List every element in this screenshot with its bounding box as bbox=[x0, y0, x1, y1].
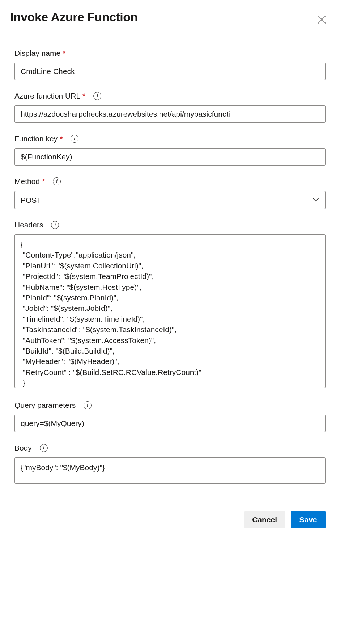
field-display-name: Display name * bbox=[14, 49, 326, 80]
body-textarea[interactable] bbox=[14, 457, 326, 484]
field-query-parameters: Query parameters i bbox=[14, 401, 326, 432]
required-indicator: * bbox=[42, 177, 45, 186]
label-row: Display name * bbox=[14, 49, 326, 58]
form-body: Display name * Azure function URL * i Fu… bbox=[10, 49, 330, 485]
info-icon[interactable]: i bbox=[40, 444, 48, 452]
display-name-label: Display name bbox=[14, 49, 60, 58]
required-indicator: * bbox=[82, 92, 85, 100]
info-icon[interactable]: i bbox=[84, 401, 92, 409]
method-select[interactable]: POST bbox=[14, 191, 326, 209]
label-row: Headers i bbox=[14, 221, 326, 229]
function-url-input[interactable] bbox=[14, 105, 326, 123]
required-indicator: * bbox=[60, 134, 63, 143]
method-select-wrapper: POST bbox=[14, 191, 326, 209]
required-indicator: * bbox=[63, 49, 65, 58]
close-icon bbox=[317, 20, 327, 26]
save-button[interactable]: Save bbox=[291, 511, 326, 528]
display-name-input[interactable] bbox=[14, 63, 326, 80]
dialog-footer: Cancel Save bbox=[10, 497, 330, 540]
query-parameters-label: Query parameters bbox=[14, 401, 76, 410]
function-key-input[interactable] bbox=[14, 148, 326, 166]
close-button[interactable] bbox=[314, 12, 330, 29]
cancel-button[interactable]: Cancel bbox=[244, 511, 285, 528]
info-icon[interactable]: i bbox=[51, 221, 59, 229]
field-function-url: Azure function URL * i bbox=[14, 92, 326, 123]
field-body: Body i bbox=[14, 444, 326, 485]
label-row: Query parameters i bbox=[14, 401, 326, 410]
dialog-title: Invoke Azure Function bbox=[10, 10, 138, 24]
field-headers: Headers i bbox=[14, 221, 326, 389]
function-url-label: Azure function URL bbox=[14, 92, 80, 100]
function-key-label: Function key bbox=[14, 134, 58, 143]
label-row: Function key * i bbox=[14, 134, 326, 143]
dialog-header: Invoke Azure Function bbox=[10, 10, 330, 29]
query-parameters-input[interactable] bbox=[14, 415, 326, 432]
headers-textarea[interactable] bbox=[14, 234, 326, 388]
label-row: Azure function URL * i bbox=[14, 92, 326, 100]
info-icon[interactable]: i bbox=[71, 135, 78, 143]
label-row: Body i bbox=[14, 444, 326, 452]
headers-label: Headers bbox=[14, 221, 43, 229]
method-label: Method bbox=[14, 177, 40, 186]
body-label: Body bbox=[14, 444, 32, 452]
info-icon[interactable]: i bbox=[53, 177, 61, 185]
label-row: Method * i bbox=[14, 177, 326, 186]
field-method: Method * i POST bbox=[14, 177, 326, 209]
field-function-key: Function key * i bbox=[14, 134, 326, 166]
info-icon[interactable]: i bbox=[93, 92, 101, 100]
